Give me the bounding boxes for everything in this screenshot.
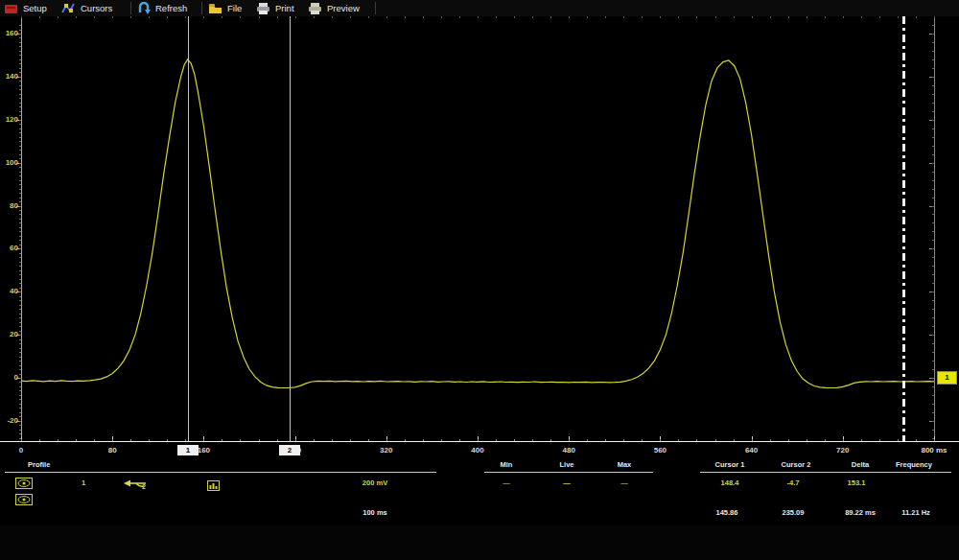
y-minor-tick: [19, 37, 21, 38]
plot-area[interactable]: [0, 16, 959, 441]
y-minor-tick: [19, 369, 21, 370]
y-minor-tick: [19, 72, 21, 73]
cursor1-value: 148.4: [721, 478, 739, 487]
y-minor-tick: [19, 85, 21, 86]
cursor2-header: Cursor 2: [782, 460, 811, 469]
channel1-visibility-toggle[interactable]: [14, 477, 34, 489]
y-minor-tick: [19, 81, 21, 82]
printer-icon: [256, 3, 270, 14]
menu-file[interactable]: File: [208, 0, 242, 16]
cursor1-badge[interactable]: 1: [177, 445, 199, 455]
eye-icon: [15, 478, 33, 489]
top-edge-tick: [496, 16, 497, 18]
menu-cursors[interactable]: Cursors: [61, 0, 112, 16]
y-minor-tick: [19, 404, 21, 405]
right-minor-tick: [932, 172, 934, 173]
right-minor-tick: [932, 248, 934, 249]
y-minor-tick: [19, 42, 21, 43]
y-minor-tick: [19, 167, 21, 168]
x-minor-tick: [478, 439, 479, 441]
timebase-value[interactable]: 100 ms: [363, 508, 386, 517]
channel2-visibility-toggle[interactable]: [14, 493, 34, 505]
y-minor-tick: [19, 163, 21, 164]
right-minor-tick: [932, 128, 934, 129]
position-marker-line[interactable]: [902, 16, 905, 441]
right-minor-tick: [932, 68, 934, 69]
y-minor-tick: [19, 103, 21, 104]
y-minor-tick: [19, 111, 21, 112]
x-minor-tick: [423, 439, 424, 441]
right-minor-tick: [932, 94, 934, 95]
y-minor-tick: [19, 63, 21, 64]
y-minor-tick: [19, 425, 21, 426]
right-minor-tick: [932, 412, 934, 413]
top-edge-tick: [130, 16, 131, 18]
right-minor-tick: [932, 369, 934, 370]
y-minor-tick: [19, 30, 21, 31]
right-minor-tick: [932, 309, 934, 310]
top-edge-tick: [514, 16, 515, 18]
right-minor-tick: [932, 214, 934, 215]
top-edge-tick: [76, 16, 77, 18]
top-edge-tick: [39, 16, 40, 18]
y-minor-tick: [19, 77, 21, 78]
top-edge-tick: [386, 16, 387, 18]
x-minor-tick: [314, 439, 315, 441]
y-minor-tick: [19, 253, 21, 254]
x-minor-tick: [76, 439, 77, 441]
x-axis-line: [0, 441, 959, 442]
y-minor-tick: [19, 141, 21, 142]
y-minor-tick: [19, 172, 21, 173]
top-edge-tick: [240, 16, 241, 18]
x-tick-label: 320: [380, 446, 392, 455]
top-edge-tick: [222, 16, 222, 18]
cursor1-line[interactable]: [188, 16, 189, 441]
top-edge-tick: [405, 16, 406, 18]
menu-separator: [375, 2, 376, 14]
top-edge-tick: [770, 16, 771, 18]
channel-range[interactable]: 200 mV: [363, 478, 387, 487]
scale-icon[interactable]: [207, 478, 220, 495]
x-minor-tick: [21, 439, 22, 441]
right-minor-tick: [932, 198, 934, 198]
y-minor-tick: [19, 248, 21, 249]
y-minor-tick: [19, 361, 21, 362]
menu-print[interactable]: Print: [256, 0, 294, 16]
waveform-trace: [21, 59, 934, 388]
x-minor-tick: [770, 439, 771, 441]
min-header: Min: [501, 460, 513, 469]
menu-preview[interactable]: Preview: [308, 0, 360, 16]
top-edge-tick: [898, 16, 899, 18]
probe-icon[interactable]: 2: [123, 477, 148, 494]
x-minor-tick: [405, 439, 406, 441]
x-minor-tick: [569, 439, 570, 441]
menu-setup[interactable]: Setup: [5, 0, 47, 16]
y-minor-tick: [19, 270, 21, 271]
delta-header: Delta: [852, 460, 869, 469]
x-minor-tick: [715, 439, 716, 441]
panel-divider: [700, 472, 951, 473]
x-minor-tick: [459, 439, 460, 441]
x-minor-tick: [752, 439, 753, 441]
x-minor-tick: [222, 439, 222, 441]
right-minor-tick: [932, 421, 934, 422]
x-tick-label: 400: [471, 446, 483, 455]
channel1-badge[interactable]: 1: [937, 371, 957, 385]
right-minor-tick: [932, 430, 934, 431]
y-minor-tick: [19, 124, 21, 125]
top-edge-tick: [314, 16, 315, 18]
y-minor-tick: [19, 227, 21, 228]
x-minor-tick: [112, 439, 113, 441]
top-edge-tick: [423, 16, 424, 18]
y-minor-tick: [19, 365, 21, 366]
top-edge-tick: [879, 16, 880, 18]
top-edge-tick: [843, 16, 844, 18]
delta-value: 153.1: [848, 478, 866, 487]
menu-setup-label: Setup: [23, 3, 47, 13]
menu-refresh[interactable]: Refresh: [137, 0, 187, 16]
y-minor-tick: [19, 288, 21, 289]
menu-file-label: File: [227, 3, 242, 13]
top-edge-tick: [660, 16, 661, 18]
cursor2-badge[interactable]: 2: [279, 445, 300, 455]
cursor2-line[interactable]: [290, 16, 291, 441]
